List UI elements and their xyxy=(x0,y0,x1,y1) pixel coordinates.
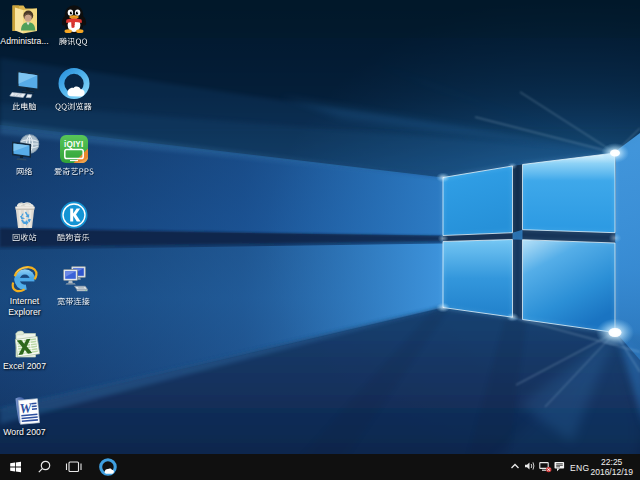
svg-text:W: W xyxy=(18,400,32,416)
svg-text:iQIYI: iQIYI xyxy=(64,140,83,149)
